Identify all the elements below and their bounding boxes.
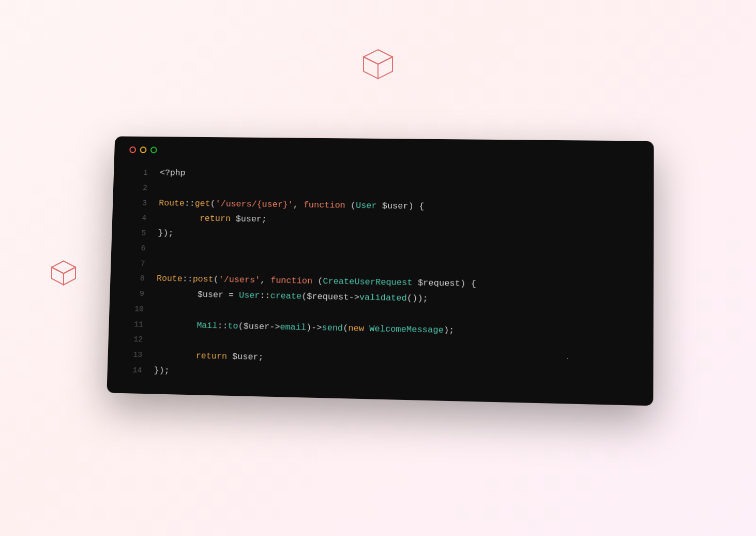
line-number-2: 2 bbox=[128, 182, 148, 195]
code-token bbox=[156, 302, 161, 317]
line-number-11: 11 bbox=[124, 318, 143, 332]
window-minimize-dot bbox=[140, 147, 147, 154]
line-number-9: 9 bbox=[125, 288, 144, 302]
code-token: }); bbox=[158, 226, 174, 242]
code-token bbox=[159, 181, 165, 196]
window-controls bbox=[129, 146, 638, 158]
cube-top-icon bbox=[357, 46, 399, 87]
svg-marker-4 bbox=[52, 267, 64, 285]
code-token bbox=[157, 256, 162, 272]
svg-marker-5 bbox=[64, 267, 75, 285]
line-number-8: 8 bbox=[125, 272, 145, 286]
svg-marker-1 bbox=[364, 57, 378, 79]
svg-marker-3 bbox=[52, 261, 75, 274]
code-token: return $user; bbox=[154, 348, 264, 365]
line-number-12: 12 bbox=[123, 333, 143, 347]
cube-left-icon bbox=[47, 258, 81, 292]
main-scene: 1 <?php 2 3 Route::get('/users/{user}', … bbox=[68, 61, 688, 475]
line-number-7: 7 bbox=[126, 257, 145, 271]
line-number-3: 3 bbox=[128, 197, 147, 210]
code-token: return $user; bbox=[158, 211, 267, 227]
line-number-6: 6 bbox=[126, 242, 146, 256]
line-number-10: 10 bbox=[124, 303, 144, 317]
code-window: 1 <?php 2 3 Route::get('/users/{user}', … bbox=[107, 137, 654, 406]
code-token bbox=[155, 332, 160, 348]
line-number-4: 4 bbox=[127, 212, 147, 225]
line-number-5: 5 bbox=[127, 227, 146, 241]
svg-marker-0 bbox=[364, 50, 392, 64]
line-number-14: 14 bbox=[123, 364, 142, 378]
svg-marker-2 bbox=[378, 57, 392, 79]
window-maximize-dot bbox=[150, 147, 157, 154]
line-number-1: 1 bbox=[129, 167, 148, 180]
code-token: }); bbox=[154, 363, 170, 378]
line-number-13: 13 bbox=[123, 349, 143, 363]
window-close-dot bbox=[129, 146, 136, 153]
code-token: <?php bbox=[160, 166, 186, 181]
code-token bbox=[157, 241, 163, 256]
code-content: 1 <?php 2 3 Route::get('/users/{user}', … bbox=[123, 165, 638, 389]
